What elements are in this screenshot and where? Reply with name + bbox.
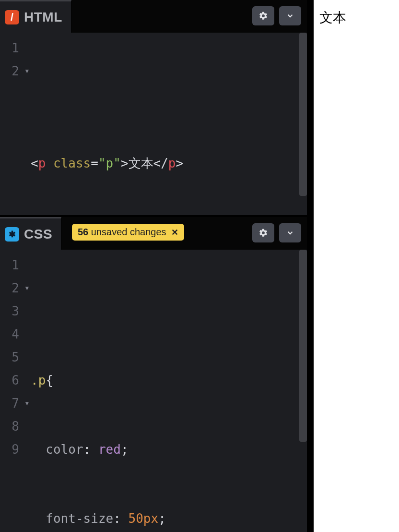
chevron-down-icon [286,12,294,20]
preview-paragraph: 文本 [319,9,393,27]
line-number-text: 7 [12,396,19,411]
line-number: 7▼ [0,392,23,415]
gear-icon [258,228,268,238]
code-line [31,300,307,323]
tok: color [46,442,83,457]
line-number-text: 2 [12,281,19,295]
tok: = [91,156,98,170]
css-asterisk-icon [5,227,19,242]
line-number: 2▼ [0,60,23,83]
line-number: 1 [0,36,23,60]
code-line: color: red; [31,438,307,461]
css-settings-button[interactable] [252,223,274,242]
css-code[interactable]: .p{ color: red; font-size: 50px; font-bo… [23,250,307,530]
css-editor-panel: CSS 56 unsaved changes ✕ 1 [0,217,307,530]
tok: : [113,511,121,526]
tok: ; [158,511,166,526]
unsaved-changes-badge: 56 unsaved changes ✕ [72,224,184,241]
css-panel-header: CSS 56 unsaved changes ✕ [0,217,307,250]
line-number-text: 2 [12,64,19,78]
html-settings-button[interactable] [252,6,274,25]
tok: { [46,373,53,387]
css-code-area[interactable]: 1 2▼ 3 4 5 6 7▼ 8 9 .p{ color: red; font… [0,250,307,530]
tok [46,156,53,170]
tok: ; [121,442,129,457]
html-gutter: 1 2▼ [0,33,23,215]
fold-caret-icon[interactable]: ▼ [25,60,29,83]
unsaved-label: unsaved changes [91,227,166,237]
tok: > [176,156,184,170]
line-number: 5 [0,346,23,369]
html-code[interactable]: <p class="p">文本</p> [23,33,307,215]
preview-pane: 文本 [314,0,399,532]
tok: p [168,156,176,170]
html-editor-panel: HTML 1 2▼ <p class="p [0,0,307,217]
css-expand-button[interactable] [279,223,301,242]
tok: < [31,156,38,170]
tok: 文本 [129,156,153,170]
html-tab[interactable]: HTML [0,0,71,33]
html-tab-title: HTML [24,10,62,25]
unsaved-count: 56 [78,227,88,237]
css-tab[interactable]: CSS [0,217,61,250]
line-number: 9 [0,438,23,461]
html-header-actions [252,6,301,25]
unsaved-dismiss-button[interactable]: ✕ [170,227,179,238]
code-line: .p{ [31,369,307,392]
tok: .p [31,373,46,387]
html-panel-header: HTML [0,0,307,33]
code-line: font-size: 50px; [31,507,307,530]
css-gutter: 1 2▼ 3 4 5 6 7▼ 8 9 [0,250,23,530]
tok: > [121,156,129,170]
tok: class [53,156,91,170]
tok: red [98,442,121,457]
scrollbar[interactable] [299,250,307,442]
html-code-area[interactable]: 1 2▼ <p class="p">文本</p> [0,33,307,215]
html-slash-icon [5,10,19,24]
fold-caret-icon[interactable]: ▼ [25,277,29,300]
editors-column: HTML 1 2▼ <p class="p [0,0,307,532]
tok: : [83,442,91,457]
line-number: 1 [0,254,23,277]
pane-resizer[interactable] [307,0,314,532]
app-root: HTML 1 2▼ <p class="p [0,0,399,532]
line-number: 3 [0,300,23,323]
line-number: 6 [0,369,23,392]
tok: "p" [98,156,121,170]
unsaved-text: 56 unsaved changes [78,227,166,238]
preview-output: 文本 [314,0,399,36]
gear-icon [258,11,268,21]
tok: p [38,156,46,170]
line-number: 4 [0,323,23,346]
tok: 50px [129,511,159,526]
scrollbar[interactable] [299,33,307,196]
fold-caret-icon[interactable]: ▼ [25,392,29,415]
tok: </ [153,156,168,170]
css-header-actions [252,223,301,242]
line-number: 2▼ [0,277,23,300]
code-line [31,83,307,106]
line-number: 8 [0,415,23,438]
css-tab-title: CSS [24,227,52,242]
html-expand-button[interactable] [279,6,301,25]
tok: font-size [46,511,113,526]
chevron-down-icon [286,229,294,237]
code-line: <p class="p">文本</p> [31,152,307,175]
